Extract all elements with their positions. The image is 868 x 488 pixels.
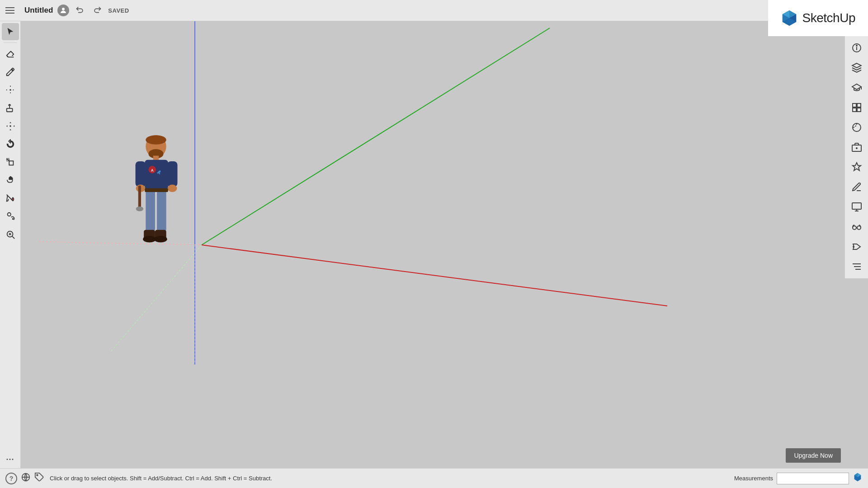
- header: Untitled SAVED: [0, 0, 868, 21]
- redo-button[interactable]: [91, 4, 104, 17]
- svg-point-69: [37, 474, 38, 476]
- svg-rect-57: [138, 186, 141, 209]
- tool-paint-bucket[interactable]: [2, 190, 19, 207]
- svg-rect-35: [852, 203, 861, 209]
- bottom-bar: ? Click or drag to select objects. Shift…: [0, 468, 868, 488]
- svg-rect-14: [9, 161, 13, 165]
- svg-rect-30: [857, 108, 861, 112]
- user-avatar[interactable]: [57, 5, 69, 16]
- panel-components[interactable]: [848, 99, 866, 117]
- upgrade-button[interactable]: Upgrade Now: [786, 448, 841, 463]
- svg-point-65: [143, 236, 156, 242]
- panel-materials[interactable]: [848, 118, 866, 136]
- svg-rect-28: [857, 103, 861, 107]
- svg-rect-62: [157, 189, 166, 231]
- tool-more[interactable]: ···: [2, 451, 19, 468]
- panel-layers[interactable]: [848, 59, 866, 77]
- tag-icon[interactable]: [34, 472, 44, 484]
- svg-point-50: [146, 135, 166, 145]
- human-figure: A: [127, 133, 185, 278]
- svg-line-20: [12, 236, 14, 239]
- globe-icon[interactable]: [21, 472, 31, 484]
- panel-scenes[interactable]: [848, 198, 866, 216]
- undo-button[interactable]: [74, 4, 86, 17]
- panel-draw-tools[interactable]: [848, 178, 866, 196]
- svg-rect-12: [6, 108, 12, 112]
- panel-tags[interactable]: [848, 238, 866, 256]
- svg-line-43: [202, 28, 550, 245]
- svg-rect-29: [853, 108, 856, 112]
- svg-point-25: [856, 45, 857, 46]
- svg-point-67: [154, 236, 167, 242]
- sketchup-small-logo: [853, 472, 863, 484]
- sketchup-logo: SketchUp: [768, 0, 868, 36]
- tool-scale[interactable]: [2, 154, 19, 171]
- svg-point-56: [168, 185, 177, 192]
- status-text: Click or drag to select objects. Shift =…: [50, 475, 272, 482]
- save-status: SAVED: [108, 7, 129, 14]
- panel-3d-warehouse[interactable]: [848, 138, 866, 156]
- tool-move[interactable]: [2, 117, 19, 135]
- svg-point-58: [136, 206, 144, 211]
- svg-rect-27: [853, 103, 856, 107]
- svg-rect-51: [153, 156, 159, 160]
- document-title: Untitled: [24, 6, 53, 15]
- svg-rect-52: [145, 160, 168, 190]
- tool-select[interactable]: [2, 23, 19, 40]
- svg-rect-61: [146, 189, 155, 231]
- svg-rect-54: [167, 161, 178, 187]
- svg-point-18: [12, 219, 13, 220]
- svg-rect-63: [145, 188, 168, 192]
- tool-tape-measure[interactable]: [2, 81, 19, 99]
- panel-instructor[interactable]: [848, 79, 866, 97]
- svg-text:A: A: [151, 169, 154, 173]
- tool-zoom[interactable]: [2, 226, 19, 243]
- tool-rotate[interactable]: [2, 136, 19, 153]
- svg-point-17: [7, 213, 10, 216]
- svg-point-0: [62, 8, 65, 10]
- svg-rect-53: [136, 161, 146, 187]
- help-button[interactable]: ?: [5, 473, 17, 484]
- panel-extension-warehouse[interactable]: [848, 158, 866, 176]
- tool-eraser[interactable]: [2, 45, 19, 62]
- tool-freehand[interactable]: [2, 172, 19, 189]
- panel-styles[interactable]: [848, 218, 866, 236]
- tool-look-around[interactable]: [2, 208, 19, 225]
- svg-point-7: [10, 89, 11, 90]
- panel-outliner[interactable]: [848, 258, 866, 276]
- panel-entity-info[interactable]: [848, 39, 866, 57]
- tool-pencil[interactable]: [2, 63, 19, 80]
- measurements-section: Measurements: [734, 472, 863, 484]
- tool-push-pull[interactable]: [2, 99, 19, 117]
- right-toolbar: [844, 36, 868, 278]
- viewport-canvas[interactable]: A: [21, 21, 844, 468]
- measurements-label: Measurements: [734, 475, 773, 482]
- left-toolbar: ···: [0, 21, 21, 468]
- svg-line-44: [202, 245, 667, 306]
- measurements-input[interactable]: [777, 473, 849, 484]
- menu-button[interactable]: [5, 4, 18, 17]
- logo-text: SketchUp: [802, 11, 855, 25]
- svg-point-13: [9, 125, 11, 127]
